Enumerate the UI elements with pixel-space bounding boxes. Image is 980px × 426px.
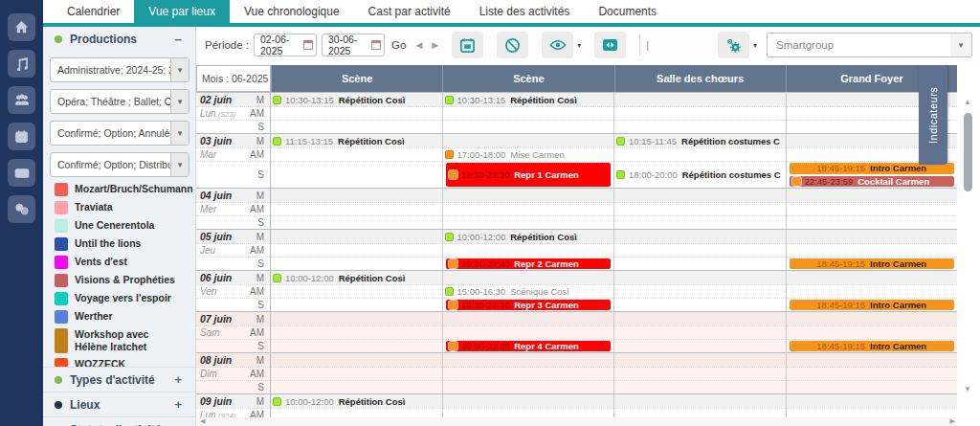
legend-item[interactable]: Visions & Prophéties: [43, 271, 185, 289]
event-rehearsal[interactable]: 10:00-12:00Répétition Così: [445, 231, 612, 242]
calendar-cell[interactable]: [787, 367, 958, 380]
scroll-up-icon[interactable]: ▲: [964, 98, 971, 106]
calendar-cell[interactable]: [787, 284, 958, 298]
calendar-cell[interactable]: 10:00-12:00Répétition Così: [443, 230, 614, 243]
calendar-cell[interactable]: [614, 394, 786, 408]
calendar-cell[interactable]: 10:15-11:45Répétition costumes C: [614, 134, 786, 147]
event-setup-muted[interactable]: 17:00-18:00Mise Carmen: [445, 149, 612, 161]
fullscreen-button[interactable]: [594, 32, 626, 58]
calendar-cell[interactable]: [271, 298, 442, 311]
event-rehearsal[interactable]: 10:00-12:00Répétition Così: [273, 395, 440, 407]
calendar-cell[interactable]: [614, 106, 786, 120]
event-intro[interactable]: 18:45-19:15Intro Carmen: [790, 300, 955, 310]
date-to-input[interactable]: 30-06-2025: [322, 34, 385, 56]
calendar-cell[interactable]: [271, 106, 442, 120]
calendar-cell[interactable]: 10:00-12:00Répétition Così: [271, 394, 442, 408]
event-performance[interactable]: 19:30-22:30Repr 3 Carmen: [446, 300, 612, 310]
calendar-cell[interactable]: [271, 202, 442, 215]
calendar-cell[interactable]: 18:45-19:15Intro Carmen: [787, 298, 958, 311]
filter-select-3[interactable]: Confirmé; Option; Annulé▾: [50, 121, 189, 146]
event-rehearsal-muted[interactable]: 15:00-16:30Scénique Così: [445, 286, 612, 298]
calendar-cell[interactable]: [614, 230, 786, 243]
event-rehearsal[interactable]: 10:00-12:00Répétition Così: [273, 272, 440, 283]
settings-dropdown-icon[interactable]: ▾: [753, 41, 757, 50]
tab-vue-chronologique[interactable]: Vue chronologique: [230, 0, 354, 23]
calendar-cell[interactable]: [614, 257, 786, 270]
calendar-cell[interactable]: [443, 380, 614, 393]
event-intro[interactable]: 18:45-19:15Intro Carmen: [790, 341, 955, 351]
calendar-cell[interactable]: [271, 120, 442, 133]
calendar-cell[interactable]: [443, 106, 614, 120]
expand-section-button[interactable]: +: [174, 372, 182, 387]
scroll-right-icon[interactable]: ▶: [950, 417, 955, 425]
calendar-cell[interactable]: [787, 353, 958, 367]
calendar-cell[interactable]: [443, 394, 614, 408]
calendar-cell[interactable]: 19:30-22:40Repr 2 Carmen: [443, 257, 614, 270]
calendar-cell[interactable]: 18:45-19:15Intro Carmen22:45-23:59Cockta…: [787, 161, 958, 188]
tab-calendrier[interactable]: Calendrier: [53, 0, 134, 23]
calendar-cell[interactable]: [443, 353, 614, 367]
music-icon[interactable]: [8, 50, 35, 78]
legend-item[interactable]: Voyage vers l'espoir: [43, 289, 185, 307]
calendar-cell[interactable]: [614, 380, 786, 393]
event-performance[interactable]: 19:30-22:40Repr 2 Carmen: [446, 258, 612, 269]
calendar-cell[interactable]: [787, 312, 958, 325]
calendar-cell[interactable]: [443, 243, 614, 257]
expand-section-button[interactable]: +: [174, 422, 182, 426]
section-statuts-d-activit-[interactable]: Statuts d'activité+: [43, 416, 195, 426]
calendar-cell[interactable]: 15:00-16:30Scénique Così: [443, 284, 614, 298]
calendar-cell[interactable]: [271, 257, 442, 270]
event-performance[interactable]: 19:30-22:30Repr 1 Carmen: [446, 163, 612, 187]
calendar-cell[interactable]: 19:30-22:30Repr 4 Carmen: [443, 339, 614, 352]
event-rehearsal[interactable]: 11:15-13:15Répétition Così: [273, 135, 440, 146]
calendar-cell[interactable]: [614, 93, 786, 106]
calendar-cell[interactable]: [271, 147, 442, 161]
calendar-icon[interactable]: [8, 123, 35, 150]
clear-filter-button[interactable]: [497, 32, 528, 58]
legend-item[interactable]: Until the lions: [43, 235, 185, 253]
calendar-cell[interactable]: [443, 202, 614, 215]
calendar-cell[interactable]: [271, 325, 442, 339]
calendar-cell[interactable]: [787, 202, 958, 215]
calendar-cell[interactable]: 10:30-13:15Répétition Così: [271, 93, 442, 106]
calendar-cell[interactable]: [614, 312, 786, 325]
filter-select-2[interactable]: Opéra; Théâtre ; Ballet; Cc▾: [50, 89, 189, 114]
filter-select-1[interactable]: Administrative; 2024-25; 2▾: [50, 57, 189, 82]
tab-indicateurs[interactable]: Indicateurs: [919, 65, 947, 165]
home-icon[interactable]: [8, 13, 35, 41]
calendar-cell[interactable]: 18:45-19:15Intro Carmen: [787, 339, 958, 352]
calendar-cell[interactable]: [614, 243, 786, 257]
calendar-cell[interactable]: [614, 367, 786, 380]
calendar-cell[interactable]: [614, 189, 786, 202]
calendar-cell[interactable]: 18:45-19:15Intro Carmen: [787, 257, 958, 270]
calendar-cell[interactable]: [271, 230, 442, 243]
calendar-cell[interactable]: [443, 325, 614, 339]
calendar-cell[interactable]: 10:00-12:00Répétition Così: [271, 271, 442, 284]
calendar-cell[interactable]: [271, 189, 442, 202]
next-period-icon[interactable]: ▶: [432, 40, 438, 50]
calendar-cell[interactable]: [614, 271, 786, 284]
calendar-cell[interactable]: 10:30-13:15Répétition Così: [443, 93, 614, 106]
tab-liste-des-activit-s[interactable]: Liste des activités: [465, 0, 585, 23]
calendar-cell[interactable]: [271, 367, 442, 380]
calendar-cell[interactable]: [614, 298, 786, 311]
previous-period-icon[interactable]: ◀: [415, 40, 422, 50]
calendar-cell[interactable]: 18:00-20:00Répétition costumes C: [614, 161, 786, 188]
calendar-cell[interactable]: [271, 284, 442, 298]
calendar-cell[interactable]: [443, 215, 614, 229]
smartgroup-select[interactable]: Smartgroup ▾: [767, 33, 972, 57]
date-picker-icon[interactable]: [371, 40, 381, 50]
horizontal-scrollbar[interactable]: ◀ ▶: [198, 417, 957, 426]
event-rehearsal[interactable]: 10:30-13:15Répétition Così: [273, 94, 440, 105]
calendar-cell[interactable]: [271, 312, 442, 325]
tab-cast-par-activit-[interactable]: Cast par activité: [354, 0, 465, 23]
event-performance[interactable]: 19:30-22:30Repr 4 Carmen: [446, 341, 612, 351]
legend-item[interactable]: Werther: [43, 307, 185, 325]
section-types-d-activit-[interactable]: Types d'activité+: [43, 367, 195, 392]
legend-item[interactable]: Vents d'est: [43, 253, 185, 271]
event-rehearsal[interactable]: 10:30-13:15Répétition Così: [445, 94, 612, 105]
calendar-cell[interactable]: [787, 189, 958, 202]
calendar-cell[interactable]: [787, 325, 958, 339]
calendar-cell[interactable]: [787, 215, 958, 229]
calendar-cell[interactable]: [443, 312, 614, 325]
